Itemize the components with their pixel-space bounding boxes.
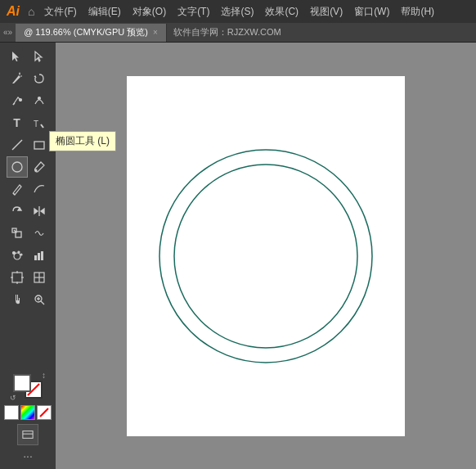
svg-line-27 (41, 301, 44, 304)
menu-text[interactable]: 文字(T) (173, 3, 214, 20)
slice-tool[interactable] (29, 267, 50, 288)
svg-rect-16 (38, 253, 40, 260)
menu-select[interactable]: 选择(S) (216, 3, 258, 20)
bar-chart-tool[interactable] (29, 245, 50, 266)
tool-row-3 (0, 90, 56, 111)
menu-effect[interactable]: 效果(C) (260, 3, 303, 20)
symbol-sprayer[interactable] (7, 245, 28, 266)
tool-row-12 (0, 289, 56, 310)
magic-wand-tool[interactable] (7, 68, 28, 89)
tool-row-2 (0, 68, 56, 89)
tool-row-10 (0, 245, 56, 266)
toolbar: T T (0, 43, 56, 469)
selection-tool[interactable] (7, 46, 28, 67)
svg-line-3 (12, 140, 22, 150)
hand-tool[interactable] (7, 289, 28, 310)
svg-rect-18 (12, 273, 22, 282)
tab-close-button[interactable]: × (153, 28, 158, 37)
direct-selection-tool[interactable] (29, 46, 50, 67)
svg-point-5 (12, 162, 22, 172)
svg-rect-17 (41, 251, 43, 260)
type-tool[interactable]: T (7, 112, 28, 133)
color-mode-none[interactable] (37, 405, 52, 420)
warp-tool[interactable] (29, 223, 50, 244)
menu-view[interactable]: 视图(V) (305, 3, 348, 20)
paintbrush-tool[interactable] (29, 156, 50, 178)
svg-point-1 (38, 97, 40, 100)
svg-point-12 (12, 252, 15, 255)
color-mode-color[interactable] (4, 405, 19, 420)
curvature-tool[interactable] (29, 90, 50, 111)
touch-type-tool[interactable]: T (29, 112, 50, 133)
color-mode-gradient[interactable] (20, 405, 35, 420)
title-bar: Ai ⌂ 文件(F) 编辑(E) 对象(O) 文字(T) 选择(S) 效果(C)… (0, 0, 476, 23)
pencil-tool[interactable] (7, 178, 28, 200)
tool-row-7 (0, 178, 56, 200)
tool-row-8 (0, 201, 56, 222)
reset-colors-icon[interactable]: ↺ (10, 394, 16, 402)
menu-object[interactable]: 对象(O) (128, 3, 171, 20)
color-area: ↕ ↺ (1, 368, 55, 423)
menu-edit[interactable]: 编辑(E) (83, 3, 126, 20)
home-icon[interactable]: ⌂ (28, 5, 34, 18)
document-tab[interactable]: @ 119.66% (CMYK/GPU 预览) × (16, 24, 167, 42)
tool-row-9 (0, 223, 56, 244)
svg-rect-4 (34, 142, 44, 149)
main-area: T T (0, 43, 476, 469)
inner-circle (174, 165, 357, 348)
menu-bar: 文件(F) 编辑(E) 对象(O) 文字(T) 选择(S) 效果(C) 视图(V… (39, 3, 439, 20)
menu-file[interactable]: 文件(F) (39, 3, 81, 20)
svg-point-0 (19, 99, 21, 101)
tab-bar: «» @ 119.66% (CMYK/GPU 预览) × 软件自学网：RJZXW… (0, 23, 476, 43)
tool-row-11 (0, 267, 56, 288)
pen-tool[interactable] (7, 90, 28, 111)
tab-scroll-arrows[interactable]: «» (3, 28, 12, 37)
toolbar-bottom: ··· (17, 424, 38, 466)
panel-toggle-button[interactable] (17, 424, 38, 445)
svg-text:T: T (34, 120, 38, 129)
artboard (127, 76, 405, 436)
lasso-tool[interactable] (29, 68, 50, 89)
site-info: 软件自学网：RJZXW.COM (167, 26, 281, 38)
tool-row-1 (0, 46, 56, 67)
zoom-tool[interactable] (29, 289, 50, 310)
menu-help[interactable]: 帮助(H) (396, 3, 439, 20)
reflect-tool[interactable] (29, 201, 50, 222)
fill-color-swatch[interactable] (13, 374, 31, 392)
svg-point-14 (20, 254, 22, 255)
ellipse-tool[interactable] (7, 156, 28, 178)
svg-rect-30 (23, 431, 33, 439)
outer-circle (159, 150, 372, 363)
swap-colors-icon[interactable]: ↕ (42, 371, 46, 380)
svg-point-13 (18, 251, 20, 253)
svg-point-6 (34, 169, 37, 172)
svg-rect-15 (34, 255, 37, 260)
tool-row-6 (0, 156, 56, 178)
line-tool[interactable] (7, 134, 28, 156)
scale-tool[interactable] (7, 223, 28, 244)
shaper-tool[interactable] (29, 178, 50, 200)
canvas-area[interactable] (56, 43, 476, 469)
tool-row-5 (0, 134, 56, 156)
rectangle-tool[interactable] (29, 134, 50, 156)
tool-row-4: T T (0, 112, 56, 133)
color-swatches: ↕ ↺ (10, 371, 46, 402)
tab-label: @ 119.66% (CMYK/GPU 预览) (24, 26, 148, 38)
rotate-tool[interactable] (7, 201, 28, 222)
app-logo: Ai (7, 4, 20, 19)
menu-window[interactable]: 窗口(W) (349, 3, 394, 20)
more-tools-button[interactable]: ··· (23, 449, 33, 462)
artboard-tool[interactable] (7, 267, 28, 288)
